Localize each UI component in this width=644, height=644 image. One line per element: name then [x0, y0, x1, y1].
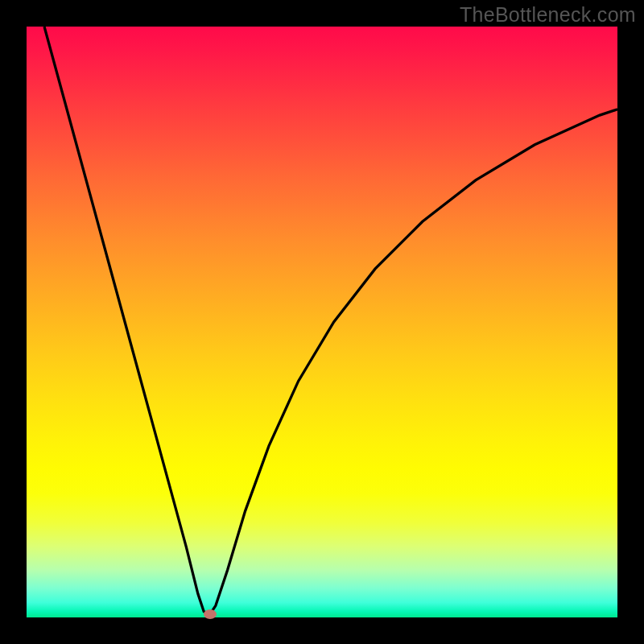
minimum-marker: [204, 609, 217, 619]
plot-gradient-area: [27, 27, 617, 617]
curve-path: [44, 27, 617, 614]
bottleneck-curve: [27, 27, 617, 617]
watermark-text: TheBottleneck.com: [460, 3, 636, 27]
